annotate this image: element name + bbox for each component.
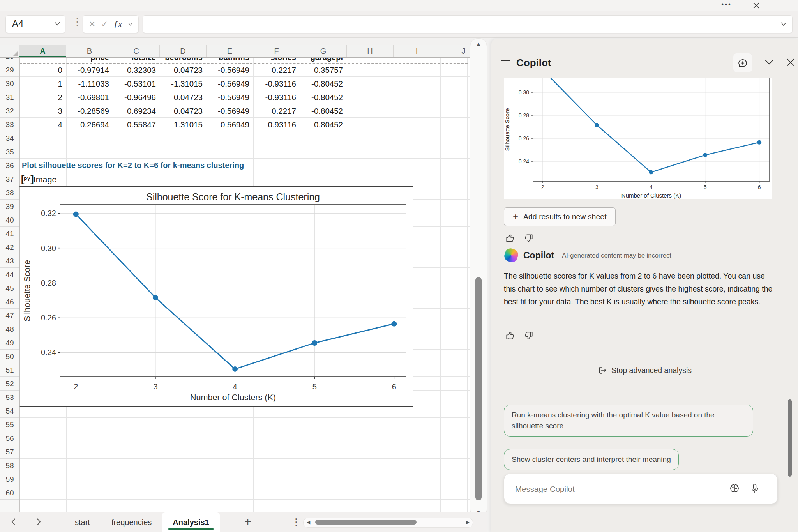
cell-G29[interactable]: -0.80452 bbox=[300, 77, 343, 90]
cell-E32[interactable]: -0.56949 bbox=[207, 118, 249, 131]
cell-B31[interactable]: -0.28569 bbox=[66, 104, 109, 118]
cell-C29[interactable]: -0.53101 bbox=[113, 77, 156, 90]
copilot-input-box[interactable] bbox=[504, 474, 778, 504]
new-chat-button[interactable] bbox=[733, 53, 752, 72]
thumbs-down-icon[interactable] bbox=[523, 331, 533, 341]
cell-A30[interactable]: 2 bbox=[19, 90, 62, 104]
cell-C30[interactable]: -0.96496 bbox=[113, 90, 156, 104]
column-header-E[interactable]: E bbox=[207, 45, 253, 57]
cell-E27[interactable]: bathrms bbox=[207, 57, 249, 63]
column-header-A[interactable]: A bbox=[19, 45, 66, 57]
cell-A35-prompt[interactable]: Plot silhouette scores for K=2 to K=6 fo… bbox=[22, 159, 244, 172]
cell-D27[interactable]: bedrooms bbox=[160, 57, 203, 63]
column-header-H[interactable]: H bbox=[347, 45, 394, 57]
column-header-J[interactable]: J bbox=[440, 45, 470, 57]
column-header-I[interactable]: I bbox=[394, 45, 440, 57]
vertical-scrollbar[interactable]: ▲ ▼ bbox=[470, 38, 487, 518]
cell-D28[interactable]: 0.04723 bbox=[160, 63, 203, 77]
scroll-right-icon[interactable]: ▶ bbox=[466, 520, 470, 525]
window-close-icon[interactable] bbox=[752, 1, 762, 10]
cell-F27[interactable]: stories bbox=[253, 57, 296, 63]
scroll-left-icon[interactable]: ◀ bbox=[307, 520, 310, 525]
cell-E31[interactable]: -0.56949 bbox=[207, 104, 249, 118]
sheet-tab-analysis1[interactable]: Analysis1 bbox=[162, 512, 219, 532]
column-header-D[interactable]: D bbox=[160, 45, 207, 57]
cell-A28[interactable]: 0 bbox=[19, 63, 62, 77]
cell-F30[interactable]: -0.93116 bbox=[253, 90, 296, 104]
cell-A31[interactable]: 3 bbox=[19, 104, 62, 118]
column-header-F[interactable]: F bbox=[253, 45, 300, 57]
cancel-icon[interactable]: ✕ bbox=[88, 19, 95, 29]
cell-F28[interactable]: 0.2217 bbox=[253, 63, 296, 77]
thumbs-up-icon[interactable] bbox=[505, 331, 516, 341]
cell-C32[interactable]: 0.55847 bbox=[113, 118, 156, 131]
formula-bar-options-icon[interactable]: ⋮ bbox=[72, 16, 82, 27]
microphone-icon[interactable] bbox=[749, 483, 760, 494]
cell-B29[interactable]: -1.11033 bbox=[66, 77, 109, 90]
scroll-up-icon[interactable]: ▲ bbox=[470, 41, 487, 47]
column-header-C[interactable]: C bbox=[113, 45, 160, 57]
stop-analysis-button[interactable]: Stop advanced analysis bbox=[598, 366, 692, 375]
copilot-attribution: Copilot AI-generated content may be inco… bbox=[505, 249, 671, 262]
panel-scrollbar-thumb[interactable] bbox=[788, 399, 792, 477]
column-header-G[interactable]: G bbox=[300, 45, 347, 57]
cell-B27[interactable]: price bbox=[66, 57, 109, 63]
cell-G27[interactable]: garagepl bbox=[300, 57, 343, 63]
cell-F29[interactable]: -0.93116 bbox=[253, 77, 296, 90]
chevron-down-icon[interactable] bbox=[128, 22, 133, 26]
thumbs-up-icon[interactable] bbox=[505, 233, 516, 243]
cell-G32[interactable]: -0.80452 bbox=[300, 118, 343, 131]
more-options-icon[interactable]: ••• bbox=[721, 0, 732, 8]
enter-icon[interactable]: ✓ bbox=[101, 19, 108, 29]
cell-B32[interactable]: -0.26694 bbox=[66, 118, 109, 131]
vertical-scrollbar-thumb[interactable] bbox=[475, 277, 482, 500]
column-header-B[interactable]: B bbox=[66, 45, 113, 57]
expand-formula-bar-icon[interactable] bbox=[780, 22, 787, 27]
cell-D30[interactable]: 0.04723 bbox=[160, 90, 203, 104]
cell-A32[interactable]: 4 bbox=[19, 118, 62, 131]
sheet-options-icon[interactable]: ⋮ bbox=[290, 512, 302, 532]
menu-icon[interactable] bbox=[500, 59, 511, 69]
next-sheet-icon[interactable] bbox=[33, 516, 44, 528]
add-results-button[interactable]: + Add results to new sheet bbox=[504, 207, 616, 226]
cell-E30[interactable]: -0.56949 bbox=[207, 90, 249, 104]
cell-G28[interactable]: 0.35757 bbox=[300, 63, 343, 77]
suggestion-chip-2[interactable]: Show cluster centers and interpret their… bbox=[504, 449, 679, 470]
cell-B28[interactable]: -0.97914 bbox=[66, 63, 109, 77]
cell-C28[interactable]: 0.32303 bbox=[113, 63, 156, 77]
copilot-message-input[interactable] bbox=[514, 482, 726, 497]
cell-G31[interactable]: -0.80452 bbox=[300, 104, 343, 118]
suggestion-chip-1[interactable]: Run k-means clustering with the optimal … bbox=[504, 405, 753, 437]
formula-input[interactable] bbox=[148, 17, 770, 31]
prev-sheet-icon[interactable] bbox=[8, 516, 19, 528]
cell-C31[interactable]: 0.69234 bbox=[113, 104, 156, 118]
silhouette-chart: 234560.240.260.280.300.32Number of Clust… bbox=[20, 187, 413, 406]
cell-D29[interactable]: -1.31015 bbox=[160, 77, 203, 90]
sheet-tab-start[interactable]: start bbox=[64, 512, 101, 532]
select-all-corner[interactable] bbox=[0, 45, 20, 57]
cell-B30[interactable]: -0.69801 bbox=[66, 90, 109, 104]
cell-D31[interactable]: 0.04723 bbox=[160, 104, 203, 118]
add-sheet-icon[interactable]: + bbox=[240, 512, 256, 532]
chevron-down-icon[interactable] bbox=[54, 21, 60, 26]
embedded-chart-object[interactable]: 234560.240.260.280.300.32Number of Clust… bbox=[19, 186, 413, 407]
cell-A36-python-image[interactable]: [PY]Image bbox=[21, 172, 56, 188]
ai-brain-icon[interactable] bbox=[729, 483, 740, 494]
horizontal-scrollbar-thumb[interactable] bbox=[315, 520, 417, 525]
thumbs-down-icon[interactable] bbox=[523, 233, 533, 243]
cell-E29[interactable]: -0.56949 bbox=[207, 77, 249, 90]
close-panel-icon[interactable] bbox=[786, 58, 795, 67]
insert-function-icon[interactable]: ƒx bbox=[113, 19, 122, 29]
collapse-panel-icon[interactable] bbox=[764, 58, 774, 65]
cell-F31[interactable]: 0.2217 bbox=[253, 104, 296, 118]
sheet-tab-frequencies[interactable]: frequencies bbox=[101, 512, 162, 532]
horizontal-scrollbar[interactable]: ◀ ▶ bbox=[303, 518, 473, 528]
cell-D32[interactable]: -1.31015 bbox=[160, 118, 203, 131]
cell-A29[interactable]: 1 bbox=[19, 77, 62, 90]
cell-G30[interactable]: -0.80452 bbox=[300, 90, 343, 104]
cell-F32[interactable]: -0.93116 bbox=[253, 118, 296, 131]
cell-E28[interactable]: -0.56949 bbox=[207, 63, 249, 77]
cell-C27[interactable]: lotsize bbox=[113, 57, 156, 63]
copilot-chart-preview[interactable]: 234560.240.260.280.30Number of Clusters … bbox=[504, 78, 772, 199]
cell-name-box[interactable]: A4 bbox=[5, 15, 65, 33]
